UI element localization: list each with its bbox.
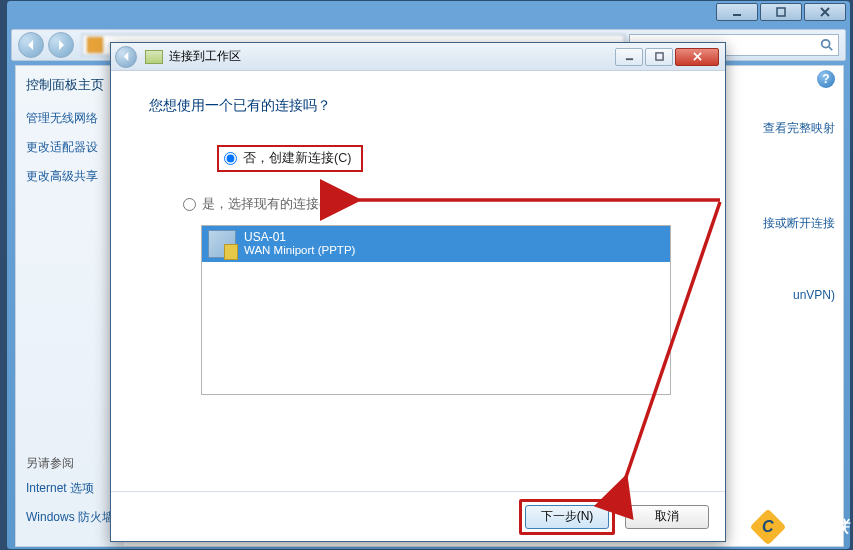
wizard-titlebar: 连接到工作区 [111, 43, 725, 71]
watermark: C 创新互联 [755, 514, 849, 540]
radio-use-existing-input[interactable] [183, 198, 196, 211]
search-icon [820, 38, 834, 52]
help-icon[interactable]: ? [817, 70, 835, 88]
wizard-minimize-button[interactable] [615, 48, 643, 66]
titlebar [7, 1, 850, 27]
svg-point-2 [822, 40, 830, 48]
svg-rect-4 [625, 58, 632, 60]
wizard-close-button[interactable] [675, 48, 719, 66]
folder-icon [87, 37, 103, 53]
minimize-button[interactable] [716, 3, 758, 21]
radio-use-existing-label: 是，选择现有的连接(E) [202, 196, 336, 213]
wizard-footer: 下一步(N) 取消 [111, 491, 725, 541]
outer-close-button[interactable] [804, 3, 846, 21]
wizard-body: 您想使用一个已有的连接吗？ 否，创建新连接(C) 是，选择现有的连接(E) US… [111, 71, 725, 491]
maximize-button[interactable] [760, 3, 802, 21]
link-advanced-sharing[interactable]: 更改高级共享 [26, 168, 114, 185]
link-adapter-settings[interactable]: 更改适配器设 [26, 139, 114, 156]
svg-rect-0 [733, 14, 741, 16]
link-windows-firewall[interactable]: Windows 防火墙 [26, 509, 114, 526]
connection-name: USA-01 [244, 231, 355, 244]
back-button[interactable] [18, 32, 44, 58]
sidebar-header: 控制面板主页 [26, 76, 114, 94]
link-manage-wireless[interactable]: 管理无线网络 [26, 110, 114, 127]
wizard-title-text: 连接到工作区 [169, 48, 241, 65]
next-button[interactable]: 下一步(N) [525, 505, 609, 529]
radio-create-new-label: 否，创建新连接(C) [243, 150, 351, 167]
svg-line-3 [829, 47, 833, 51]
wizard-back-button[interactable] [115, 46, 137, 68]
watermark-text: 创新互联 [785, 517, 849, 538]
link-connect-disconnect[interactable]: 接或断开连接 [715, 215, 835, 232]
cancel-button[interactable]: 取消 [625, 505, 709, 529]
wizard-icon [145, 50, 163, 64]
wizard-maximize-button[interactable] [645, 48, 673, 66]
next-button-highlight: 下一步(N) [519, 499, 615, 535]
see-also-header: 另请参阅 [26, 455, 114, 472]
svg-rect-5 [655, 53, 662, 60]
list-item[interactable]: USA-01 WAN Miniport (PPTP) [202, 226, 670, 262]
left-sidebar: 控制面板主页 管理无线网络 更改适配器设 更改高级共享 另请参阅 Interne… [16, 66, 124, 546]
radio-use-existing[interactable]: 是，选择现有的连接(E) [183, 196, 687, 213]
link-unvpn[interactable]: unVPN) [715, 288, 835, 302]
forward-button[interactable] [48, 32, 74, 58]
link-full-map[interactable]: 查看完整映射 [715, 120, 835, 137]
radio-create-new[interactable]: 否，创建新连接(C) [217, 145, 363, 172]
wizard-heading: 您想使用一个已有的连接吗？ [149, 97, 687, 115]
svg-rect-1 [777, 8, 785, 16]
radio-create-new-input[interactable] [224, 152, 237, 165]
existing-connections-list[interactable]: USA-01 WAN Miniport (PPTP) [201, 225, 671, 395]
right-partial-links: ? 查看完整映射 接或断开连接 unVPN) [715, 66, 843, 546]
link-internet-options[interactable]: Internet 选项 [26, 480, 114, 497]
watermark-icon: C [750, 509, 787, 546]
connection-icon [208, 230, 236, 258]
connect-workplace-wizard: 连接到工作区 您想使用一个已有的连接吗？ 否，创建新连接(C) 是，选择现有的连… [110, 42, 726, 542]
connection-protocol: WAN Miniport (PPTP) [244, 244, 355, 257]
